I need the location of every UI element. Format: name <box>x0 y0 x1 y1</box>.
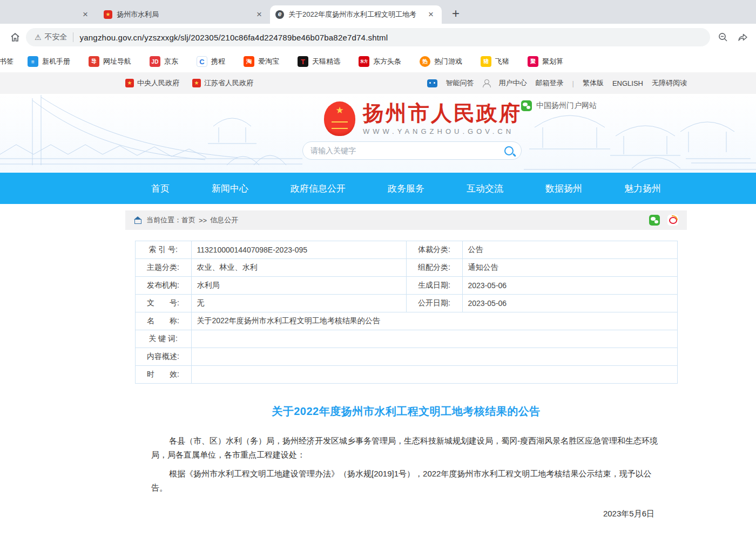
breadcrumb-home-link[interactable]: 首页 <box>181 215 195 225</box>
security-label[interactable]: 不安全 <box>45 32 68 42</box>
nav-item-interaction[interactable]: 互动交流 <box>467 182 503 195</box>
nav-item-data[interactable]: 数据扬州 <box>545 182 582 195</box>
browser-tab-bar: × ★ 扬州市水利局 × e 关于2022年度扬州市水利工程文明工地考 × + <box>0 0 756 24</box>
nav-item-services[interactable]: 政务服务 <box>388 182 424 195</box>
accessibility-link[interactable]: 无障碍阅读 <box>652 78 687 88</box>
wechat-icon <box>521 100 532 111</box>
meta-value <box>191 366 677 384</box>
nav-item-home[interactable]: 首页 <box>151 182 170 195</box>
bookmark-item[interactable]: C 携程 <box>197 56 225 67</box>
nav-item-info-disclosure[interactable]: 政府信息公开 <box>291 182 346 195</box>
main-nav: 首页 新闻中心 政府信息公开 政务服务 互动交流 数据扬州 魅力扬州 <box>0 173 756 204</box>
close-icon[interactable]: × <box>80 9 91 20</box>
page-content: 当前位置： 首页 >> 信息公开 索 引 号: 1132100001440709… <box>125 210 687 538</box>
portal-label: 中国扬州门户网站 <box>536 101 597 111</box>
portal-badge[interactable]: 中国扬州门户网站 <box>521 100 597 111</box>
juhuasuan-icon: 聚 <box>528 56 538 67</box>
manual-icon: ≡ <box>28 56 38 67</box>
bookmark-item[interactable]: 猪 飞猪 <box>481 56 509 67</box>
bookmark-label: 聚划算 <box>542 57 563 66</box>
bookmark-item[interactable]: JD 京东 <box>150 56 178 67</box>
games-icon: 热 <box>420 56 430 67</box>
url-text[interactable]: yangzhou.gov.cn/yzszxxgk/slj/202305/210c… <box>80 33 388 42</box>
meta-value: 2023-05-06 <box>462 277 677 295</box>
table-row: 时 效: <box>135 366 677 384</box>
bookmark-item[interactable]: 导 网址导航 <box>89 56 131 67</box>
meta-value: 公告 <box>462 241 677 259</box>
link-label: 中央人民政府 <box>137 78 179 88</box>
meta-label: 内容概述: <box>135 348 191 366</box>
breadcrumb-prefix: 当前位置： <box>146 215 181 225</box>
tab-active-announcement[interactable]: e 关于2022年度扬州市水利工程文明工地考 × <box>270 5 442 24</box>
traditional-link[interactable]: 繁体版 <box>583 78 604 88</box>
meta-value: 关于2022年度扬州市水利工程文明工地考核结果的公告 <box>191 312 677 330</box>
cropped-tab[interactable]: × <box>0 5 91 24</box>
user-center-link[interactable]: 用户中心 <box>499 78 527 88</box>
warning-icon: ⚠ <box>35 33 42 42</box>
bookmark-label: 京东 <box>164 57 178 66</box>
nav-item-charm[interactable]: 魅力扬州 <box>624 182 661 195</box>
bookmark-label: 东方头条 <box>373 57 401 66</box>
tab-title: 扬州市水利局 <box>117 10 249 19</box>
gov-emblem-icon: ★ <box>192 79 201 87</box>
site-logo[interactable]: 扬州市人民政府 WWW.YANGZHOU.GOV.CN <box>324 101 522 136</box>
national-emblem-icon <box>324 101 355 136</box>
weibo-share-icon[interactable] <box>667 215 678 226</box>
ctrip-icon: C <box>197 56 207 67</box>
address-bar[interactable]: ⚠ 不安全 yangzhou.gov.cn/yzszxxgk/slj/20230… <box>26 28 710 46</box>
bookmark-item[interactable]: 热 热门游戏 <box>420 56 462 67</box>
meta-value: 无 <box>191 295 406 312</box>
new-tab-button[interactable]: + <box>448 6 463 22</box>
meta-value: 通知公告 <box>462 259 677 277</box>
table-row: 内容概述: <box>135 348 677 366</box>
browser-logo-favicon-icon: e <box>275 10 284 19</box>
article-paragraph: 根据《扬州市水利工程文明工地建设管理办法》（扬水规[2019]1号），2022年… <box>151 467 661 495</box>
english-link[interactable]: ENGLISH <box>612 79 643 87</box>
bookmark-item[interactable]: ≡ 新机手册 <box>28 56 70 67</box>
divider <box>73 32 73 42</box>
nav-item-news[interactable]: 新闻中心 <box>212 182 248 195</box>
link-central-gov[interactable]: ★ 中央人民政府 <box>125 78 179 88</box>
bookmark-label: 飞猪 <box>495 57 509 66</box>
zoom-out-icon[interactable] <box>718 32 728 43</box>
tab-title: 关于2022年度扬州市水利工程文明工地考 <box>288 10 421 19</box>
home-icon[interactable] <box>10 32 21 43</box>
link-jiangsu-gov[interactable]: ★ 江苏省人民政府 <box>192 78 253 88</box>
bookmark-item[interactable]: T 天猫精选 <box>298 56 340 67</box>
browser-toolbar: ⚠ 不安全 yangzhou.gov.cn/yzszxxgk/slj/20230… <box>0 24 756 51</box>
toutiao-icon: 东方 <box>359 56 369 67</box>
share-icon[interactable] <box>737 32 748 43</box>
wechat-share-icon[interactable] <box>649 215 660 226</box>
close-icon[interactable]: × <box>254 9 265 20</box>
gov-utility-bar: ★ 中央人民政府 ★ 江苏省人民政府 智能问答 用户中心 邮箱登录 | 繁体版 … <box>0 72 756 94</box>
bookmarks-bar: 机书签 ≡ 新机手册 导 网址导航 JD 京东 C 携程 淘 爱淘宝 T 天猫精… <box>0 51 756 72</box>
search-icon[interactable] <box>504 146 514 155</box>
meta-label: 体裁分类: <box>406 241 462 259</box>
meta-label: 名 称: <box>135 312 191 330</box>
bookmark-item[interactable]: 淘 爱淘宝 <box>244 56 279 67</box>
table-row: 主题分类: 农业、林业、水利 组配分类: 通知公告 <box>135 259 677 277</box>
search-input[interactable] <box>310 146 504 155</box>
meta-label: 主题分类: <box>135 259 191 277</box>
article-date: 2023年5月6日 <box>151 509 661 519</box>
bookmark-label: 网址导航 <box>103 57 131 66</box>
tab-water-bureau[interactable]: ★ 扬州市水利局 × <box>98 5 270 24</box>
smart-qa-link[interactable]: 智能问答 <box>446 78 474 88</box>
gov-emblem-favicon-icon: ★ <box>104 10 112 19</box>
nav-site-icon: 导 <box>89 56 99 67</box>
article-body: 关于2022年度扬州市水利工程文明工地考核结果的公告 各县（市、区）水利（务）局… <box>125 404 687 538</box>
jd-icon: JD <box>150 56 160 67</box>
bookmark-item[interactable]: 机书签 <box>0 57 14 66</box>
robot-icon <box>427 79 437 87</box>
divider: | <box>572 79 574 87</box>
breadcrumb-current-link[interactable]: 信息公开 <box>210 215 238 225</box>
close-icon[interactable]: × <box>426 9 436 20</box>
bookmark-item[interactable]: 聚 聚划算 <box>528 56 563 67</box>
meta-label: 关 键 词: <box>135 330 191 348</box>
meta-label: 生成日期: <box>406 277 462 295</box>
mail-login-link[interactable]: 邮箱登录 <box>536 78 564 88</box>
meta-label: 发布机构: <box>135 277 191 295</box>
bookmark-label: 新机手册 <box>42 57 70 66</box>
site-search <box>302 141 522 160</box>
bookmark-item[interactable]: 东方 东方头条 <box>359 56 401 67</box>
